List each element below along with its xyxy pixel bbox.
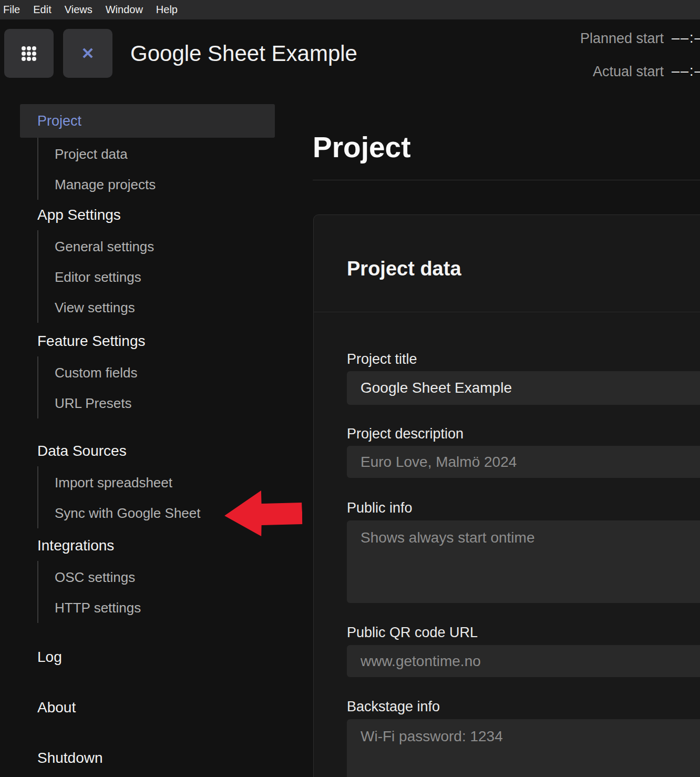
public-qr-code-url-label: Public QR code URL bbox=[347, 625, 700, 640]
feature-settings-subgroup: Custom fields URL Presets bbox=[37, 356, 275, 418]
menu-file[interactable]: File bbox=[3, 4, 20, 16]
public-qr-code-url-input[interactable] bbox=[347, 645, 700, 677]
apps-grid-icon bbox=[21, 46, 37, 62]
sidebar-item-project-data[interactable]: Project data bbox=[38, 139, 275, 169]
apps-grid-button[interactable] bbox=[4, 29, 54, 78]
actual-start-value: ––:–– bbox=[672, 63, 700, 79]
menu-help[interactable]: Help bbox=[156, 4, 178, 16]
sidebar-item-view-settings[interactable]: View settings bbox=[38, 292, 275, 323]
sidebar-item-data-sources[interactable]: Data Sources bbox=[20, 436, 275, 466]
page-title: Project bbox=[313, 129, 410, 165]
sidebar-item-project[interactable]: Project bbox=[20, 104, 275, 138]
integrations-subgroup: OSC settings HTTP settings bbox=[37, 561, 275, 623]
panel-header: Project data bbox=[314, 215, 700, 312]
sidebar-item-about[interactable]: About bbox=[20, 692, 275, 723]
planned-start-value: ––:–– bbox=[672, 30, 700, 46]
sidebar-item-custom-fields[interactable]: Custom fields bbox=[38, 357, 275, 388]
sidebar-item-shutdown[interactable]: Shutdown bbox=[20, 743, 275, 773]
menu-window[interactable]: Window bbox=[106, 4, 143, 16]
sidebar-item-osc-settings[interactable]: OSC settings bbox=[38, 562, 275, 592]
public-info-label: Public info bbox=[347, 500, 700, 516]
sidebar-item-app-settings[interactable]: App Settings bbox=[20, 200, 275, 230]
actual-start-label: Actual start bbox=[593, 64, 664, 80]
heading-divider bbox=[313, 180, 700, 180]
sidebar-item-log[interactable]: Log bbox=[20, 642, 275, 672]
project-description-label: Project description bbox=[347, 426, 700, 442]
sidebar-item-manage-projects[interactable]: Manage projects bbox=[38, 169, 275, 200]
close-icon: ✕ bbox=[81, 46, 94, 62]
project-title-input[interactable] bbox=[347, 371, 700, 405]
project-title-header: Google Sheet Example bbox=[130, 41, 357, 66]
project-subgroup: Project data Manage projects bbox=[37, 138, 275, 200]
sidebar-item-integrations[interactable]: Integrations bbox=[20, 530, 275, 561]
panel-title: Project data bbox=[347, 257, 461, 281]
menu-views[interactable]: Views bbox=[65, 4, 92, 16]
sidebar-item-http-settings[interactable]: HTTP settings bbox=[38, 592, 275, 623]
app-settings-subgroup: General settings Editor settings View se… bbox=[37, 230, 275, 323]
backstage-info-textarea[interactable] bbox=[347, 719, 700, 777]
project-data-panel: Project data Project title Project descr… bbox=[313, 214, 700, 777]
close-project-button[interactable]: ✕ bbox=[63, 29, 112, 78]
public-info-textarea[interactable] bbox=[347, 520, 700, 603]
settings-sidebar: Project Project data Manage projects App… bbox=[20, 104, 275, 773]
project-description-input[interactable] bbox=[347, 446, 700, 478]
menu-edit[interactable]: Edit bbox=[33, 4, 51, 16]
sidebar-item-general-settings[interactable]: General settings bbox=[38, 231, 275, 262]
sidebar-item-editor-settings[interactable]: Editor settings bbox=[38, 262, 275, 292]
planned-start-label: Planned start bbox=[580, 30, 664, 47]
sidebar-item-import-spreadsheet[interactable]: Import spreadsheet bbox=[38, 467, 275, 498]
panel-body: Project title Project description Public… bbox=[314, 351, 700, 777]
sidebar-item-feature-settings[interactable]: Feature Settings bbox=[20, 326, 275, 356]
menu-bar: File Edit Views Window Help bbox=[0, 0, 700, 19]
sidebar-item-url-presets[interactable]: URL Presets bbox=[38, 388, 275, 418]
backstage-info-label: Backstage info bbox=[347, 699, 700, 714]
project-title-label: Project title bbox=[347, 351, 700, 367]
